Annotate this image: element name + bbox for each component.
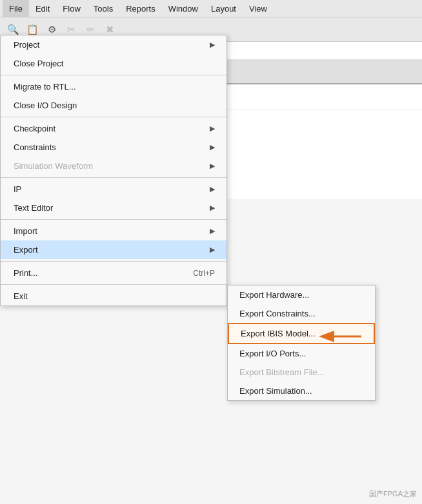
submenu-arrow-icon: ▶ [210, 246, 215, 254]
menu-flow[interactable]: Flow [56, 0, 86, 17]
menu-item-export[interactable]: Export ▶ [1, 240, 226, 259]
submenu-arrow-icon: ▶ [210, 204, 215, 212]
main-area: 🔍 📋 ⚙ ✂ ✏ ✖ I/O DESIGN * - xcvu3p-ffvc15… [0, 17, 422, 504]
separator [1, 75, 226, 75]
separator [1, 219, 226, 220]
menu-item-checkpoint[interactable]: Checkpoint ▶ [1, 119, 226, 138]
menu-file[interactable]: File [3, 0, 29, 17]
watermark: 国产FPGA之家 [369, 489, 417, 499]
separator [1, 261, 226, 262]
submenu-arrow-icon: ▶ [210, 143, 215, 151]
menu-item-exit[interactable]: Exit [1, 287, 226, 305]
menu-item-close-io[interactable]: Close I/O Design [1, 96, 226, 115]
menu-item-print[interactable]: Print... Ctrl+P [1, 264, 226, 282]
separator [1, 284, 226, 285]
separator [1, 177, 226, 178]
menu-edit[interactable]: Edit [29, 0, 56, 17]
submenu-arrow-icon: ▶ [210, 124, 215, 133]
submenu-arrow-icon: ▶ [210, 227, 215, 235]
menu-item-import[interactable]: Import ▶ [1, 222, 226, 240]
menu-item-migrate-rtl[interactable]: Migrate to RTL... [1, 77, 226, 96]
menu-view[interactable]: View [243, 0, 274, 17]
menu-item-text-editor[interactable]: Text Editor ▶ [1, 199, 226, 217]
submenu-arrow-icon: ▶ [210, 162, 215, 170]
menu-item-constraints[interactable]: Constraints ▶ [1, 138, 226, 157]
menu-item-export-simulation[interactable]: Export Simulation... [228, 382, 375, 400]
menu-bar: File Edit Flow Tools Reports Window Layo… [0, 0, 422, 17]
menu-item-simulation-waveform: Simulation Waveform ▶ [1, 157, 226, 175]
submenu-arrow-icon: ▶ [210, 185, 215, 193]
menu-window[interactable]: Window [162, 0, 205, 17]
separator [1, 117, 226, 117]
menu-item-close-project[interactable]: Close Project [1, 54, 226, 73]
annotation-arrow [316, 327, 368, 348]
menu-item-ip[interactable]: IP ▶ [1, 180, 226, 199]
menu-item-project[interactable]: Project ▶ [1, 35, 226, 54]
submenu-arrow-icon: ▶ [210, 41, 215, 49]
menu-reports[interactable]: Reports [119, 0, 162, 17]
menu-tools[interactable]: Tools [87, 0, 119, 17]
file-dropdown-menu: Project ▶ Close Project Migrate to RTL..… [0, 35, 227, 306]
menu-item-export-hardware[interactable]: Export Hardware... [228, 286, 375, 304]
menu-item-export-bitstream: Export Bitstream File... [228, 363, 375, 382]
menu-item-export-constraints[interactable]: Export Constraints... [228, 304, 375, 323]
menu-layout[interactable]: Layout [205, 0, 243, 17]
